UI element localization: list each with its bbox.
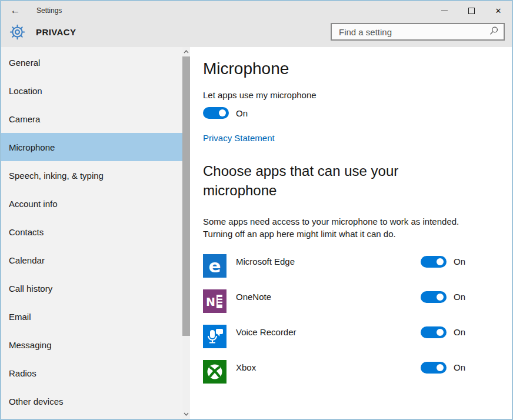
- sidebar-item-calendar[interactable]: Calendar: [1, 246, 182, 274]
- sidebar-item-radios[interactable]: Radios: [1, 359, 182, 387]
- sidebar-item-label: Radios: [9, 368, 36, 378]
- app-name: Xbox: [236, 362, 256, 372]
- sidebar-item-label: Other devices: [9, 396, 64, 406]
- scroll-up-icon[interactable]: [182, 48, 190, 56]
- master-toggle[interactable]: [203, 107, 229, 119]
- voice-recorder-icon: [203, 325, 226, 348]
- scrollbar-thumb[interactable]: [182, 56, 190, 336]
- close-button[interactable]: ✕: [485, 1, 512, 20]
- window-controls: ✕: [431, 1, 512, 20]
- master-toggle-state: On: [236, 108, 248, 118]
- app-toggle-state: On: [454, 292, 465, 302]
- app-row-xbox: Xbox On: [203, 360, 465, 384]
- sidebar-item-label: Speech, inking, & typing: [9, 171, 104, 181]
- sidebar-nav: General Location Camera Microphone Speec…: [1, 47, 182, 419]
- sidebar-item-label: Messaging: [9, 340, 52, 350]
- sidebar-item-label: Calendar: [9, 255, 45, 265]
- sidebar-item-account-info[interactable]: Account info: [1, 189, 182, 218]
- sidebar-item-location[interactable]: Location: [1, 76, 182, 105]
- sidebar-scrollbar[interactable]: [182, 47, 190, 419]
- maximize-icon: [468, 8, 475, 14]
- page-header: PRIVACY: [1, 20, 512, 47]
- app-name: Voice Recorder: [236, 327, 297, 337]
- scroll-down-icon[interactable]: [182, 410, 190, 418]
- sidebar-item-speech-inking-typing[interactable]: Speech, inking, & typing: [1, 161, 182, 189]
- sidebar-item-label: Contacts: [9, 227, 44, 237]
- back-arrow-icon: ←: [11, 5, 21, 16]
- toggle-knob: [437, 258, 444, 265]
- apps-section-heading: Choose apps that can use your microphone: [203, 161, 415, 200]
- sidebar-item-label: Account info: [9, 199, 58, 209]
- page-title: PRIVACY: [36, 27, 76, 37]
- sidebar-item-label: Camera: [9, 114, 40, 124]
- maximize-button[interactable]: [458, 1, 485, 20]
- app-toggle-xbox[interactable]: [421, 362, 447, 374]
- toggle-knob: [437, 294, 444, 301]
- sidebar-item-label: General: [9, 58, 40, 68]
- app-row-microsoft-edge: e Microsoft Edge On: [203, 254, 465, 278]
- app-row-onenote: N OneNote On: [203, 289, 465, 313]
- edge-icon: e: [203, 254, 226, 278]
- app-toggle-state: On: [454, 362, 465, 372]
- settings-window: ← Settings ✕ PRIVACY: [0, 0, 513, 420]
- sidebar-item-label: Call history: [9, 284, 52, 294]
- app-row-voice-recorder: Voice Recorder On: [203, 325, 465, 348]
- app-toggle-state: On: [454, 256, 465, 266]
- app-name: OneNote: [236, 292, 271, 302]
- sidebar-item-contacts[interactable]: Contacts: [1, 218, 182, 246]
- window-title: Settings: [36, 6, 62, 15]
- master-toggle-label: Let apps use my microphone: [203, 89, 512, 101]
- search-icon[interactable]: [489, 26, 499, 38]
- minimize-button[interactable]: [431, 1, 458, 20]
- toggle-knob: [219, 109, 226, 116]
- onenote-icon: N: [203, 289, 226, 313]
- sidebar-item-general[interactable]: General: [1, 48, 182, 76]
- svg-text:e: e: [208, 255, 221, 276]
- sidebar-item-other-devices[interactable]: Other devices: [1, 387, 182, 415]
- search-box[interactable]: [331, 23, 505, 41]
- svg-text:N: N: [206, 295, 215, 308]
- toggle-knob: [437, 364, 444, 371]
- close-icon: ✕: [495, 7, 502, 15]
- titlebar: ← Settings ✕: [1, 1, 512, 20]
- app-name: Microsoft Edge: [236, 256, 295, 266]
- sidebar-item-microphone[interactable]: Microphone: [1, 133, 182, 161]
- apps-section-description: Some apps need access to your microphone…: [203, 215, 465, 240]
- main-content: Microphone Let apps use my microphone On…: [190, 47, 512, 419]
- master-toggle-row: On: [203, 107, 512, 119]
- app-toggle-state: On: [454, 327, 465, 337]
- app-toggle-microsoft-edge[interactable]: [421, 256, 447, 268]
- back-button[interactable]: ←: [1, 1, 29, 20]
- sidebar-item-label: Microphone: [9, 142, 55, 152]
- toggle-knob: [437, 329, 444, 336]
- sidebar-item-email[interactable]: Email: [1, 302, 182, 331]
- sidebar-item-label: Email: [9, 312, 31, 322]
- app-toggle-voice-recorder[interactable]: [421, 326, 447, 338]
- xbox-icon: [203, 360, 226, 384]
- privacy-statement-link[interactable]: Privacy Statement: [203, 133, 275, 143]
- sidebar-item-call-history[interactable]: Call history: [1, 274, 182, 302]
- app-permission-list: e Microsoft Edge On N: [203, 254, 465, 384]
- settings-gear-icon: [9, 24, 25, 40]
- sidebar-item-label: Location: [9, 86, 42, 96]
- window-body: General Location Camera Microphone Speec…: [1, 47, 512, 419]
- search-input[interactable]: [338, 26, 489, 38]
- sidebar-item-messaging[interactable]: Messaging: [1, 331, 182, 359]
- app-toggle-onenote[interactable]: [421, 291, 447, 303]
- content-title: Microphone: [203, 59, 512, 79]
- sidebar-item-camera[interactable]: Camera: [1, 105, 182, 133]
- minimize-icon: [441, 11, 448, 11]
